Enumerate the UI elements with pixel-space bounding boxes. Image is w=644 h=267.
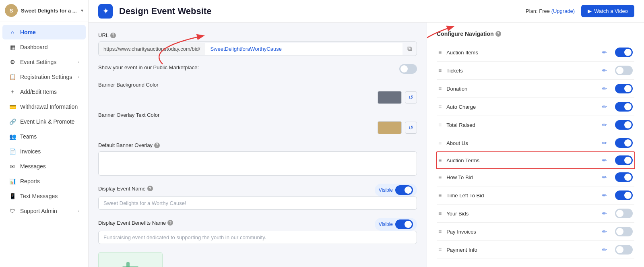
nav-toggle-how-to-bid[interactable] <box>615 172 633 182</box>
nav-toggle-tickets[interactable] <box>615 66 633 75</box>
default-banner-input <box>98 151 417 176</box>
main-content: ✦ Design Event Website Plan: Free (Upgra… <box>89 0 644 267</box>
nav-edit-button-pay-invoices[interactable]: ✏ <box>601 228 609 236</box>
nav-edit-button-tickets[interactable]: ✏ <box>601 66 609 75</box>
nav-config-info-icon[interactable]: ? <box>495 31 501 37</box>
banner-overlay-refresh-button[interactable]: ↺ <box>405 122 417 134</box>
upgrade-link[interactable]: (Upgrade) <box>551 8 575 14</box>
banner-overlay-swatch[interactable] <box>378 121 402 134</box>
nav-edit-button-total-raised[interactable]: ✏ <box>601 121 609 129</box>
sidebar-item-event-settings[interactable]: ⚙ Event Settings › <box>2 55 86 69</box>
nav-edit-button-time-left-to-bid[interactable]: ✏ <box>601 191 609 199</box>
default-banner-section: Default Banner Overlay ? <box>98 142 417 176</box>
event-benefits-input[interactable] <box>98 231 417 244</box>
nav-slider-time-left-to-bid <box>615 190 633 200</box>
event-benefits-info-icon[interactable]: ? <box>167 220 173 226</box>
nav-edit-button-about-us[interactable]: ✏ <box>601 139 609 147</box>
drag-handle-icon: ≡ <box>438 174 442 180</box>
nav-toggle-time-left-to-bid[interactable] <box>615 190 633 200</box>
url-info-icon[interactable]: ? <box>110 33 116 38</box>
sidebar-item-registration-settings[interactable]: 📋 Registration Settings › <box>2 70 86 84</box>
drag-handle-icon: ≡ <box>438 67 442 74</box>
withdrawal-icon: 💳 <box>9 103 16 110</box>
nav-edit-button-auction-terms[interactable]: ✏ <box>601 156 609 164</box>
sidebar-item-event-link-promote[interactable]: 🔗 Event Link & Promote <box>2 114 86 129</box>
nav-toggle-total-raised[interactable] <box>615 120 633 130</box>
marketplace-slider <box>399 64 417 74</box>
sidebar-item-label: Invoices <box>20 148 41 155</box>
sidebar-header[interactable]: S Sweet Delights for a ... ▾ <box>0 0 88 21</box>
sidebar-item-label: Teams <box>20 133 37 140</box>
sidebar-item-label: Event Settings <box>20 59 56 65</box>
sidebar-item-add-edit-items[interactable]: ＋ Add/Edit Items <box>2 85 86 99</box>
event-name-toggle[interactable] <box>395 185 413 195</box>
sidebar-item-text-messages[interactable]: 📱 Text Messages <box>2 189 86 203</box>
nav-item-label: Your Bids <box>446 211 596 217</box>
sidebar-item-withdrawal-info[interactable]: 💳 Withdrawal Information <box>2 99 86 114</box>
nav-toggle-donation[interactable] <box>615 84 633 93</box>
nav-edit-button-donation[interactable]: ✏ <box>601 85 609 93</box>
marketplace-toggle-row: Show your event in our Public Marketplac… <box>98 64 417 74</box>
event-name-input[interactable] <box>98 197 417 210</box>
marketplace-label: Show your event in our Public Marketplac… <box>98 64 199 70</box>
banner-bg-refresh-button[interactable]: ↺ <box>405 91 417 103</box>
sidebar-item-invoices[interactable]: 📄 Invoices <box>2 144 86 159</box>
sidebar-item-reports[interactable]: 📊 Reports <box>2 174 86 188</box>
nav-toggle-about-us[interactable] <box>615 138 633 148</box>
sidebar-item-messages[interactable]: ✉ Messages <box>2 159 86 174</box>
nav-edit-button-payment-info[interactable]: ✏ <box>601 246 609 254</box>
url-input[interactable] <box>205 43 402 55</box>
support-icon: 🛡 <box>9 207 16 215</box>
nav-item-pay-invoices: ≡ Pay Invoices ✏ <box>437 223 634 241</box>
nav-slider-tickets <box>615 66 633 75</box>
sidebar-item-home[interactable]: ⌂ Home <box>2 25 86 39</box>
url-label: URL ? <box>98 32 417 38</box>
sidebar-item-support-admin[interactable]: 🛡 Support Admin › <box>2 204 86 218</box>
sidebar-item-dashboard[interactable]: ▦ Dashboard <box>2 40 86 54</box>
banner-bg-section: Banner Background Color ↺ <box>98 82 417 104</box>
nav-edit-button-your-bids[interactable]: ✏ <box>601 209 609 217</box>
watch-video-button[interactable]: ▶ Watch a Video <box>581 5 634 17</box>
nav-item-label: Total Raised <box>446 122 596 128</box>
sidebar-item-label: Text Messages <box>20 193 58 199</box>
nav-item-label: Auto Charge <box>446 104 596 110</box>
copy-icon[interactable]: ⧉ <box>402 42 417 56</box>
home-icon: ⌂ <box>9 29 16 36</box>
event-benefits-toggle[interactable] <box>395 219 413 229</box>
event-benefits-section: Display Event Benefits Name ? Visible <box>98 218 417 244</box>
default-banner-info-icon[interactable]: ? <box>154 143 160 148</box>
sidebar-item-label: Support Admin <box>20 208 57 214</box>
nav-edit-button-how-to-bid[interactable]: ✏ <box>601 173 609 181</box>
banner-bg-label: Banner Background Color <box>98 82 417 88</box>
nav-toggle-auto-charge[interactable] <box>615 102 633 112</box>
sidebar-item-teams[interactable]: 👥 Teams <box>2 129 86 144</box>
nav-item-auto-charge: ≡ Auto Charge ✏ <box>437 98 634 116</box>
plan-label: Plan: Free (Upgrade) <box>526 8 575 14</box>
drag-handle-icon: ≡ <box>438 85 442 92</box>
marketplace-toggle[interactable] <box>399 64 417 74</box>
drag-handle-icon: ≡ <box>438 122 442 128</box>
teams-icon: 👥 <box>9 133 16 140</box>
url-base: https://www.charityauctionstoday.com/bid… <box>99 43 205 55</box>
banner-overlay-section: Banner Overlay Text Color ↺ <box>98 112 417 134</box>
nav-slider-your-bids <box>615 209 633 218</box>
nav-item-label: Auction Terms <box>446 157 596 164</box>
nav-toggle-payment-info[interactable] <box>615 245 633 255</box>
topbar: ✦ Design Event Website Plan: Free (Upgra… <box>89 0 644 23</box>
nav-slider-donation <box>615 84 633 93</box>
nav-item-label: About Us <box>446 140 596 146</box>
nav-toggle-auction-terms[interactable] <box>615 155 633 165</box>
nav-edit-button-auction-items[interactable]: ✏ <box>601 48 609 56</box>
nav-slider-how-to-bid <box>615 172 633 182</box>
nav-item-your-bids: ≡ Your Bids ✏ <box>437 205 634 223</box>
dashboard-icon: ▦ <box>9 43 16 51</box>
banner-bg-swatch[interactable] <box>378 91 402 104</box>
event-name-label: Display Event Name ? <box>98 186 153 192</box>
nav-toggle-auction-items[interactable] <box>615 48 633 57</box>
nav-toggle-your-bids[interactable] <box>615 209 633 218</box>
event-name-slider <box>395 185 413 195</box>
nav-slider-auction-items <box>615 48 633 57</box>
nav-edit-button-auto-charge[interactable]: ✏ <box>601 103 609 111</box>
nav-toggle-pay-invoices[interactable] <box>615 227 633 236</box>
event-name-info-icon[interactable]: ? <box>147 186 153 191</box>
